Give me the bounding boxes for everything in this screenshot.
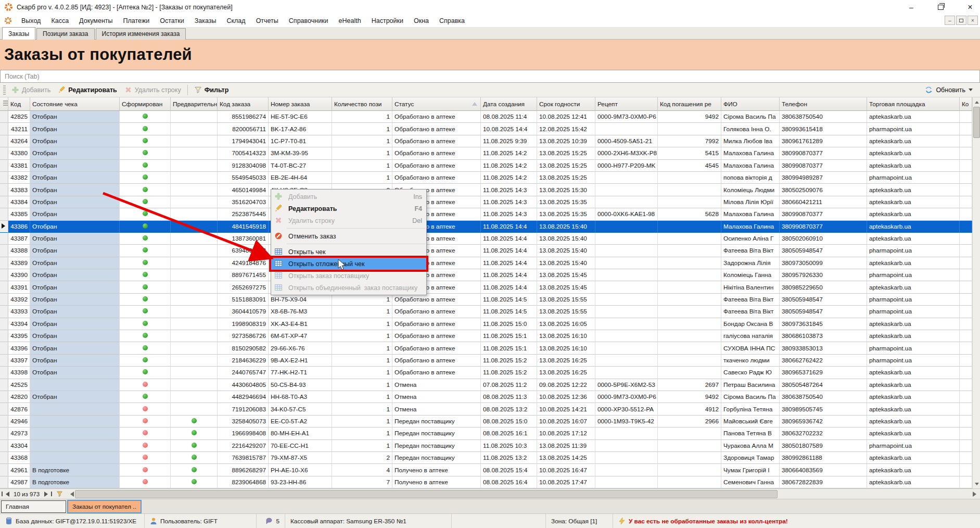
table-row[interactable]: 43391Отобран2652697275K3-37-X8-121Обрабо…	[0, 281, 972, 293]
horizontal-scroll-thumb[interactable]	[75, 490, 778, 498]
context-menu-item-открыть-заказ-поставщику[interactable]: Открыть заказ поставщику	[271, 270, 426, 282]
add-button[interactable]: Добавить	[8, 84, 54, 95]
menu-item-Платежи[interactable]: Платежи	[118, 16, 155, 26]
column-header[interactable]: Код	[8, 97, 30, 111]
mdi-restore-button[interactable]	[956, 16, 966, 25]
restore-button[interactable]	[938, 5, 944, 10]
column-header[interactable]: Предварительны	[171, 97, 218, 111]
column-header[interactable]: Срок годности	[537, 97, 595, 111]
table-row[interactable]: 42525443060480550-C5-B4-931Отмена07.08.2…	[0, 379, 972, 391]
table-row[interactable]: 42987В подготовке823906486893-23-HH-867П…	[0, 476, 972, 488]
context-menu-item-открыть-объединенный-заказ-поставщику[interactable]: Открыть объединенный заказ поставщику	[271, 282, 426, 294]
table-row[interactable]: 42825Отобран8551986274HE-5T-9C-E61Обрабо…	[0, 111, 972, 123]
table-row[interactable]: 43387Отобран138736008114-00-BE-111Обрабо…	[0, 233, 972, 245]
column-header[interactable]: Статус	[392, 97, 481, 111]
table-row[interactable]: 43384Отобран35162047033K-B5-MT-H23Обрабо…	[0, 196, 972, 208]
menu-item-Заказы[interactable]: Заказы	[189, 16, 222, 26]
mdi-close-button[interactable]: ×	[968, 16, 978, 25]
refresh-button[interactable]: Обновить	[925, 86, 973, 94]
context-menu-item-открыть-чек[interactable]: Открыть чек	[271, 246, 426, 258]
menu-item-Отчеты[interactable]: Отчеты	[251, 16, 284, 26]
column-header[interactable]: Телефон	[780, 97, 867, 111]
last-page-button[interactable]	[43, 489, 53, 499]
table-row[interactable]: 43397Отобран21846362299B-AX-E2-H11Обрабо…	[0, 355, 972, 367]
scroll-up-button[interactable]	[973, 97, 980, 106]
filter-button[interactable]: Фильтр	[190, 84, 233, 95]
statusbar-user: Пользователь: GIFT	[145, 514, 257, 528]
menu-item-Справка[interactable]: Справка	[434, 16, 470, 26]
scroll-down-button[interactable]	[973, 480, 980, 488]
hscroll-left-button[interactable]	[66, 489, 75, 499]
context-menu-item-добавить[interactable]: ДобавитьIns	[271, 191, 426, 203]
table-row[interactable]: 43398Отобран244076574777-HK-H2-T11Обрабо…	[0, 367, 972, 379]
table-row[interactable]: 43389Отобран4249184876M3-28-P7-631Обрабо…	[0, 257, 972, 269]
context-menu-item-открыть-отложенный-чек[interactable]: Открыть отложенный чек	[271, 258, 426, 270]
tab-Заказы[interactable]: Заказы	[2, 27, 35, 40]
context-menu-item-удалить-строку[interactable]: Удалить строкуDel	[271, 215, 426, 227]
menu-item-Остатки[interactable]: Остатки	[155, 16, 189, 26]
search-input[interactable]	[0, 70, 980, 83]
menu-item-Касса[interactable]: Касса	[46, 16, 74, 26]
status-dot-green	[192, 443, 197, 448]
table-row[interactable]: 42820Отобран4482946694HH-68-T0-A31Отмена…	[0, 391, 972, 403]
table-row[interactable]: 429463258405073EE-C0-5T-A21Передан поста…	[0, 416, 972, 428]
column-header[interactable]: Номер заказа	[269, 97, 332, 111]
table-row[interactable]: 43388Отобран639480524332-EA-7T-X41Обрабо…	[0, 245, 972, 257]
menu-item-Выход[interactable]: Выход	[16, 16, 46, 26]
close-button[interactable]: ×	[963, 3, 977, 12]
table-row[interactable]: 43380Отобран70054143233M-KM-39-951Обрабо…	[0, 147, 972, 159]
minimize-button[interactable]: –	[905, 3, 918, 11]
column-header[interactable]: Дата создания	[481, 97, 537, 111]
mdi-minimize-button[interactable]: –	[945, 16, 955, 25]
edit-button[interactable]: Редактировать	[54, 84, 120, 95]
table-row[interactable]: 43392Отобран5151883091BH-75-X9-041Обрабо…	[0, 294, 972, 306]
table-row[interactable]: 43304221642920770-EE-CC-H11Передан поста…	[0, 440, 972, 452]
vertical-scrollbar[interactable]	[972, 97, 980, 488]
table-row[interactable]: 43382Отобран5549545033EB-2E-4H-641Обрабо…	[0, 172, 972, 184]
column-header[interactable]: Код погашения ре	[658, 97, 721, 111]
table-row[interactable]: 43381Отобран9128304098T4-0T-BC-271Обрабо…	[0, 160, 972, 172]
first-page-button[interactable]	[0, 489, 10, 499]
menu-item-Окна[interactable]: Окна	[409, 16, 434, 26]
column-header[interactable]: Состояние чека	[30, 97, 120, 111]
tab-Позиции заказа[interactable]: Позиции заказа	[36, 28, 94, 40]
table-row[interactable]: 43393Отобран3604410579X8-6B-76-M31Обрабо…	[0, 306, 972, 318]
table-row[interactable]: 42876719120608334-K0-57-C51Отмена08.08.2…	[0, 403, 972, 415]
table-row[interactable]: 43385Отобран25238754455C-84-H8-X11Обрабо…	[0, 208, 972, 220]
refresh-dropdown-caret[interactable]	[969, 89, 973, 93]
table-row[interactable]: 43390Отобран8897671455KC-T8-A0-X61Обрабо…	[0, 269, 972, 281]
status-dot-green	[143, 260, 148, 265]
bottom-tab-home[interactable]: Главная	[1, 500, 66, 513]
column-header[interactable]: ФИО	[721, 97, 780, 111]
vertical-scroll-thumb[interactable]	[973, 107, 980, 138]
tab-История изменения заказа[interactable]: История изменения заказа	[96, 28, 186, 40]
column-header[interactable]: Торговая площадка	[867, 97, 960, 111]
menu-item-Склад[interactable]: Склад	[221, 16, 250, 26]
column-header[interactable]: Рецепт	[595, 97, 658, 111]
delete-row-button[interactable]: Удалить строку	[121, 84, 185, 95]
menu-item-eHealth[interactable]: eHealth	[334, 16, 366, 26]
column-header[interactable]: Количество пози	[332, 97, 392, 111]
menu-item-Настройки[interactable]: Настройки	[366, 16, 409, 26]
column-header[interactable]: Сформирован	[120, 97, 171, 111]
bottom-tab-active[interactable]: Заказы от покупател ..	[68, 500, 141, 513]
menu-item-Документы[interactable]: Документы	[74, 16, 118, 26]
table-row[interactable]: 43264Отобран17949430411C-P7-T0-811Обрабо…	[0, 135, 972, 147]
table-row[interactable]: 43386Отобран4841545918TK-4E-XC-K31Обрабо…	[0, 221, 972, 233]
status-dot-green	[192, 479, 197, 484]
table-row[interactable]: 43395Отобран92735867266M-6T-XP-471Обрабо…	[0, 330, 972, 342]
table-row[interactable]: 43368763981578779-XM-87-X52Передан поста…	[0, 452, 972, 464]
column-header[interactable]: Ко	[960, 97, 972, 111]
hscroll-right-button[interactable]	[971, 489, 980, 499]
table-row[interactable]: 42961В подготовке8896268297PH-AE-10-X64П…	[0, 464, 972, 476]
table-row[interactable]: 43396Отобран815029058229-66-X6-761Обрабо…	[0, 342, 972, 354]
menu-item-Справочники[interactable]: Справочники	[284, 16, 334, 26]
context-menu-item-отменить-заказ[interactable]: Отменить заказ	[271, 230, 426, 242]
table-row[interactable]: 43211Отобран8200056711BK-17-A2-861Обрабо…	[0, 123, 972, 135]
table-row[interactable]: 43383Отобран46501499844X-H8-3E-C32Обрабо…	[0, 184, 972, 196]
pager-filter-icon[interactable]	[56, 491, 63, 497]
column-header[interactable]: Код заказа	[218, 97, 269, 111]
context-menu-item-редактировать[interactable]: РедактироватьF4	[271, 203, 426, 215]
table-row[interactable]: 42973196699840880-MH-EH-A11Передан поста…	[0, 428, 972, 439]
table-row[interactable]: 43394Отобран1998908319XK-A3-E4-B11Обрабо…	[0, 318, 972, 330]
